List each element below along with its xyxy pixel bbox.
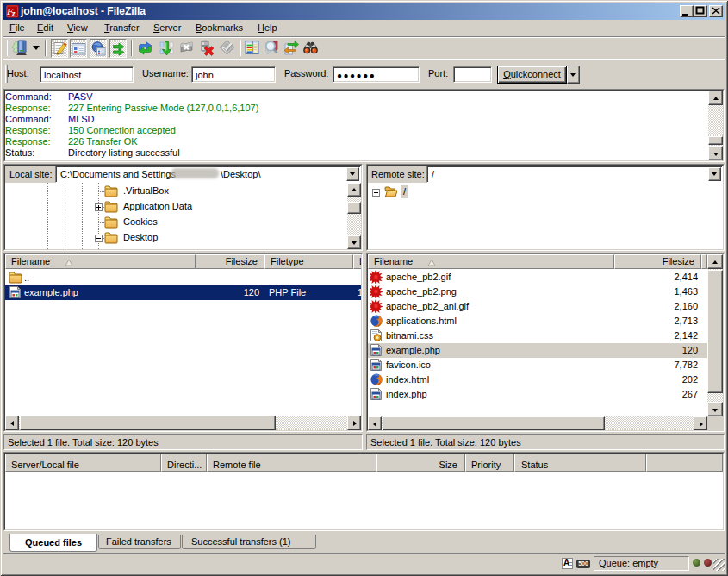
svg-text:z: z bbox=[11, 9, 16, 18]
